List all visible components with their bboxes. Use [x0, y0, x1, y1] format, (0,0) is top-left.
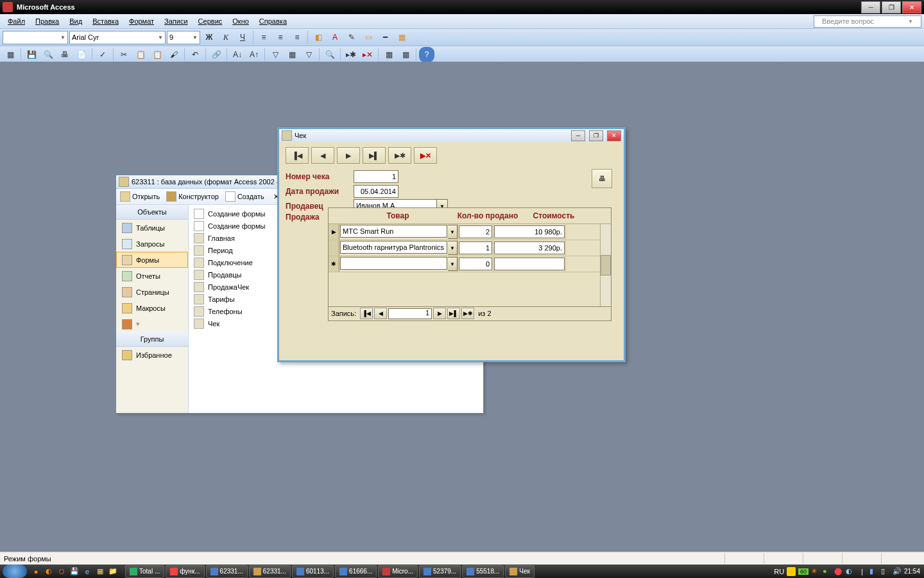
special-effect-button[interactable]: ▦ — [394, 30, 409, 45]
sidebar-item-macros[interactable]: Макросы — [116, 300, 188, 316]
nav-first-button[interactable]: ▐◀ — [286, 147, 309, 164]
chevron-down-icon[interactable]: ▼ — [448, 225, 458, 239]
cell-cost[interactable] — [494, 258, 565, 270]
menu-help[interactable]: Справка — [254, 16, 292, 26]
paste-button[interactable]: 📋 — [150, 47, 165, 62]
input-date[interactable]: 05.04.2014 — [354, 185, 398, 198]
menu-tools[interactable]: Сервис — [193, 16, 228, 26]
bold-button[interactable]: Ж — [201, 30, 217, 45]
line-width-button[interactable]: ━ — [377, 30, 393, 45]
cut-button[interactable]: ✂ — [116, 47, 132, 62]
taskbar-item[interactable]: Чек — [505, 565, 535, 578]
print-button[interactable]: 🖶 — [57, 47, 73, 62]
tray-icon[interactable] — [787, 567, 796, 576]
lang-indicator[interactable]: RU — [774, 568, 784, 575]
taskbar-item[interactable]: 61666... — [335, 565, 377, 578]
save-button[interactable]: 💾 — [24, 47, 39, 62]
taskbar-item[interactable]: Total ... — [125, 565, 164, 578]
input-num[interactable]: 1 — [354, 170, 398, 183]
find-button[interactable]: 🔍 — [322, 47, 338, 62]
ql-icon[interactable]: 💾 — [69, 566, 80, 577]
design-button[interactable]: Конструктор — [166, 191, 219, 202]
cell-qty[interactable]: 1 — [459, 241, 492, 254]
font-color-button[interactable]: A — [327, 30, 343, 45]
nav-prev-button[interactable]: ◀ — [311, 147, 334, 164]
cell-product[interactable]: МТС Smart Run — [340, 225, 447, 238]
form-maximize-button[interactable]: ❐ — [589, 130, 603, 141]
menu-records[interactable]: Записи — [159, 16, 193, 26]
ql-icon[interactable]: O — [56, 566, 67, 577]
help-question-input[interactable]: Введите вопрос▼ — [814, 15, 921, 28]
ql-icon[interactable]: ● — [30, 566, 42, 577]
sidebar-item-more[interactable]: ▾ — [116, 316, 188, 332]
create-button[interactable]: Создать — [225, 191, 264, 202]
align-right-button[interactable]: ≡ — [289, 30, 305, 45]
form-titlebar[interactable]: Чек ─ ❐ ✕ — [277, 127, 626, 142]
apply-filter-button[interactable]: ▽ — [301, 47, 316, 62]
cell-cost[interactable]: 3 290р. — [494, 241, 565, 254]
sidebar-item-favorites[interactable]: Избранное — [116, 347, 188, 363]
taskbar-item[interactable]: функ... — [166, 565, 204, 578]
menu-format[interactable]: Формат — [124, 16, 159, 26]
filter-form-button[interactable]: ▦ — [284, 47, 300, 62]
print-button[interactable]: 🖶 — [592, 169, 612, 188]
align-left-button[interactable]: ≡ — [256, 30, 271, 45]
help-button[interactable]: ? — [419, 47, 434, 62]
delete-record-button[interactable]: ▸✕ — [360, 47, 375, 62]
spelling-button[interactable]: ✓ — [95, 47, 110, 62]
recnav-first[interactable]: ▐◀ — [360, 308, 373, 319]
copy-button[interactable]: 📋 — [133, 47, 148, 62]
nav-last-button[interactable]: ▶▌ — [363, 147, 386, 164]
cell-product[interactable] — [340, 257, 447, 270]
font-size-selector[interactable]: 9▼ — [167, 31, 200, 44]
sidebar-item-tables[interactable]: Таблицы — [116, 220, 188, 236]
maximize-button[interactable]: ❐ — [882, 1, 901, 13]
nav-new-button[interactable]: ▶✱ — [388, 147, 411, 164]
battery-indicator[interactable]: 60 — [798, 568, 809, 575]
tray-icon[interactable]: ● — [823, 567, 832, 576]
sidebar-item-reports[interactable]: Отчеты — [116, 268, 188, 284]
align-center-button[interactable]: ≡ — [273, 30, 288, 45]
chevron-down-icon[interactable]: ▼ — [448, 257, 458, 271]
search-file-button[interactable]: 🔍 — [40, 47, 56, 62]
close-button[interactable]: ✕ — [902, 1, 921, 13]
row-selector[interactable]: ✱ — [329, 256, 339, 272]
new-record-button[interactable]: ▸✱ — [343, 47, 359, 62]
tray-icon[interactable]: ☀ — [811, 567, 820, 576]
clock[interactable]: 21:54 — [904, 568, 920, 575]
italic-button[interactable]: К — [218, 30, 234, 45]
sidebar-item-pages[interactable]: Страницы — [116, 284, 188, 300]
recnav-last[interactable]: ▶▌ — [447, 308, 460, 319]
open-button[interactable]: Открыть — [120, 191, 160, 202]
taskbar-item[interactable]: 62331... — [249, 565, 291, 578]
nav-next-button[interactable]: ▶ — [337, 147, 360, 164]
recnav-new[interactable]: ▶✱ — [461, 308, 474, 319]
tray-icon[interactable]: ▮ — [869, 567, 878, 576]
cell-product[interactable]: Bluetooth гарнитура Plantronics — [340, 241, 447, 254]
ql-icon[interactable]: 📁 — [107, 566, 119, 577]
taskbar-item[interactable]: 62331... — [206, 565, 248, 578]
row-selector[interactable]: ▶ — [329, 224, 339, 240]
subform-scrollbar[interactable] — [600, 224, 611, 306]
ql-icon[interactable]: e — [81, 566, 93, 577]
taskbar-item[interactable]: 55518... — [462, 565, 504, 578]
print-preview-button[interactable]: 📄 — [74, 47, 89, 62]
minimize-button[interactable]: ─ — [861, 1, 880, 13]
border-button[interactable]: ▭ — [361, 30, 376, 45]
sort-asc-button[interactable]: A↓ — [230, 47, 245, 62]
chevron-down-icon[interactable]: ▼ — [448, 241, 458, 255]
cell-cost[interactable]: 10 980р. — [494, 225, 565, 238]
menu-edit[interactable]: Правка — [30, 16, 64, 26]
underline-button[interactable]: Ч — [235, 30, 250, 45]
menu-insert[interactable]: Вставка — [87, 16, 124, 26]
recnav-next[interactable]: ▶ — [433, 308, 446, 319]
taskbar-item[interactable]: 60113... — [292, 565, 334, 578]
new-object-button[interactable]: ▦ — [398, 47, 413, 62]
undo-button[interactable]: ↶ — [187, 47, 203, 62]
sidebar-item-forms[interactable]: Формы — [116, 252, 188, 268]
cell-qty[interactable]: 0 — [459, 258, 492, 270]
menu-view[interactable]: Вид — [64, 16, 87, 26]
volume-icon[interactable]: 🔊 — [893, 567, 902, 576]
recnav-prev[interactable]: ◀ — [374, 308, 387, 319]
sort-desc-button[interactable]: A↑ — [246, 47, 262, 62]
